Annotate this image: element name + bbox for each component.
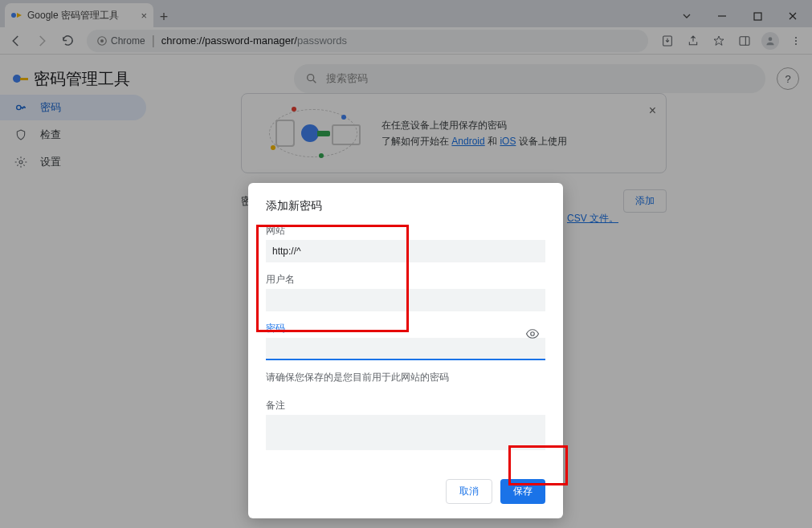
- show-password-eye-icon[interactable]: [524, 326, 541, 342]
- save-button[interactable]: 保存: [500, 479, 545, 504]
- password-field: 密码: [266, 323, 545, 360]
- note-label: 备注: [266, 400, 545, 412]
- username-field: 用户名: [266, 274, 545, 311]
- website-field: 网站: [266, 225, 545, 262]
- cancel-button[interactable]: 取消: [446, 479, 492, 504]
- note-field: 备注: [266, 400, 545, 453]
- note-textarea[interactable]: [266, 415, 545, 450]
- dialog-actions: 取消 保存: [266, 479, 545, 504]
- add-password-dialog: 添加新密码 网站 用户名 密码 请确保您保存的是您目前用于此网站的密码 备注 取…: [248, 183, 563, 518]
- username-label: 用户名: [266, 274, 545, 286]
- username-input[interactable]: [266, 289, 545, 311]
- website-label: 网站: [266, 225, 545, 237]
- password-hint: 请确保您保存的是您目前用于此网站的密码: [266, 372, 545, 384]
- dialog-title: 添加新密码: [266, 199, 545, 213]
- svg-point-15: [531, 332, 535, 336]
- password-input[interactable]: [266, 338, 545, 360]
- website-input[interactable]: [266, 240, 545, 262]
- password-label: 密码: [266, 323, 545, 335]
